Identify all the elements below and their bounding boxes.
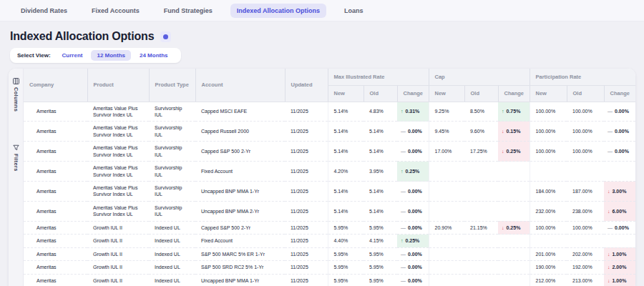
cell-mir-new: 5.14% bbox=[328, 102, 364, 122]
col-header-cap-new[interactable]: New bbox=[429, 85, 464, 102]
cell-mir-old: 5.95% bbox=[364, 261, 397, 274]
cell-updated: 11/2025 bbox=[285, 142, 328, 162]
col-header-part-old[interactable]: Old bbox=[567, 85, 604, 102]
cell-part-change: —0.00% bbox=[604, 102, 635, 122]
cell-part-new bbox=[530, 235, 567, 247]
cell-account: Capped S&P 500 2-Yr bbox=[195, 142, 285, 162]
cell-mir-change: —0.00% bbox=[397, 142, 429, 162]
cell-part-change: —0.00% bbox=[604, 122, 635, 142]
cell-product-type: Indexed UL bbox=[149, 247, 195, 260]
change-value: 0.00% bbox=[615, 129, 629, 134]
page-content: Indexed Allocation Options Select View: … bbox=[0, 21, 644, 286]
col-header-part-new[interactable]: New bbox=[530, 85, 567, 102]
tab-fund-strategies[interactable]: Fund Strategies bbox=[157, 4, 219, 18]
side-button-label: Filters bbox=[13, 154, 19, 172]
side-button-label: Columns bbox=[13, 87, 19, 112]
cell-product-type: Indexed UL bbox=[149, 274, 195, 286]
table-row: AmeritasAmeritas Value Plus Survivor Ind… bbox=[24, 142, 635, 162]
col-header-mir-change[interactable]: Change bbox=[397, 85, 429, 102]
cell-cap-change bbox=[498, 201, 530, 221]
view-selector-label: Select View: bbox=[17, 52, 51, 59]
cell-mir-change: —0.00% bbox=[397, 122, 429, 142]
col-header-mir-new[interactable]: New bbox=[328, 85, 364, 102]
tab-indexed-allocation-options[interactable]: Indexed Allocation Options bbox=[230, 4, 326, 18]
view-option-12-months[interactable]: 12 Months bbox=[91, 50, 131, 61]
cell-updated: 11/2025 bbox=[285, 274, 328, 286]
cell-updated: 11/2025 bbox=[285, 102, 328, 122]
col-header-company[interactable]: Company bbox=[24, 69, 87, 102]
cell-cap-old bbox=[464, 274, 498, 286]
cell-account: S&P 500 SRD RC2 5% 1-Yr bbox=[195, 261, 285, 274]
cell-part-change: —0.00% bbox=[604, 221, 635, 234]
table-row: AmeritasGrowth IUL IIIndexed ULUncapped … bbox=[24, 274, 635, 286]
col-header-cap-old[interactable]: Old bbox=[464, 85, 498, 102]
col-header-part-change[interactable]: Change bbox=[604, 85, 635, 102]
data-grid-card: ColumnsFilters Company Product Product T… bbox=[9, 69, 635, 286]
col-header-updated[interactable]: Updated bbox=[285, 69, 328, 102]
page-title: Indexed Allocation Options bbox=[10, 30, 154, 43]
cell-part-change bbox=[604, 235, 635, 247]
tab-loans[interactable]: Loans bbox=[338, 4, 370, 18]
info-icon[interactable] bbox=[160, 31, 171, 42]
grid: Company Product Product Type Account Upd… bbox=[24, 69, 635, 286]
side-button-columns[interactable]: Columns bbox=[13, 74, 19, 115]
change-value: 0.00% bbox=[408, 225, 422, 230]
cell-updated: 11/2025 bbox=[285, 247, 328, 260]
tab-fixed-accounts[interactable]: Fixed Accounts bbox=[85, 4, 146, 18]
cell-mir-change: —0.00% bbox=[397, 274, 429, 286]
cell-company: Ameritas bbox=[24, 235, 87, 247]
cell-company: Ameritas bbox=[24, 102, 87, 122]
cell-part-new: 212.00% bbox=[530, 274, 567, 286]
cell-cap-new bbox=[429, 247, 464, 260]
cell-mir-new: 5.14% bbox=[328, 142, 364, 162]
side-button-filters[interactable]: Filters bbox=[13, 141, 19, 175]
cell-company: Ameritas bbox=[24, 274, 87, 286]
cell-cap-change bbox=[498, 261, 530, 274]
cell-updated: 11/2025 bbox=[285, 162, 328, 182]
cell-cap-old: 9.60% bbox=[464, 122, 498, 142]
trend-down-icon: ↓ bbox=[502, 149, 504, 154]
cell-mir-new: 4.20% bbox=[328, 162, 364, 182]
cell-part-new: 190.00% bbox=[530, 261, 567, 274]
cell-product-type: Survivorship IUL bbox=[149, 122, 195, 142]
cell-cap-old: 21.15% bbox=[464, 221, 498, 234]
col-header-mir-old[interactable]: Old bbox=[364, 85, 397, 102]
cell-mir-change: ↑0.25% bbox=[397, 235, 429, 247]
trend-down-icon: ↓ bbox=[502, 225, 504, 230]
cell-part-change bbox=[604, 162, 635, 182]
cell-updated: 11/2025 bbox=[285, 235, 328, 247]
cell-cap-change bbox=[498, 182, 530, 202]
cell-cap-old bbox=[464, 247, 498, 260]
col-header-product-type[interactable]: Product Type bbox=[149, 69, 195, 102]
cell-cap-change: ↓0.25% bbox=[498, 221, 530, 234]
no-change-icon: — bbox=[401, 209, 406, 214]
cell-product-type: Survivorship IUL bbox=[149, 182, 195, 202]
col-header-cap-change[interactable]: Change bbox=[498, 85, 530, 102]
change-value: 0.00% bbox=[408, 252, 422, 257]
change-value: 0.25% bbox=[406, 169, 420, 174]
cell-company: Ameritas bbox=[24, 201, 87, 221]
no-change-icon: — bbox=[401, 129, 406, 134]
change-value: 2.00% bbox=[613, 265, 627, 270]
cell-cap-old: 17.25% bbox=[464, 142, 498, 162]
change-value: 0.00% bbox=[408, 149, 422, 154]
trend-down-icon: ↓ bbox=[608, 265, 610, 270]
tab-dividend-rates[interactable]: Dividend Rates bbox=[14, 4, 74, 18]
col-header-account[interactable]: Account bbox=[195, 69, 285, 102]
table-row: AmeritasAmeritas Value Plus Survivor Ind… bbox=[24, 122, 635, 142]
view-option-24-months[interactable]: 24 Months bbox=[134, 50, 174, 61]
cell-mir-old: 3.95% bbox=[364, 162, 397, 182]
no-change-icon: — bbox=[608, 149, 613, 154]
view-selector: Select View: Current12 Months24 Months bbox=[10, 48, 181, 63]
tab-bar: Dividend RatesFixed AccountsFund Strateg… bbox=[0, 0, 644, 21]
change-value: 3.00% bbox=[613, 189, 627, 194]
view-option-current[interactable]: Current bbox=[57, 50, 89, 61]
cell-product: Growth IUL II bbox=[87, 247, 149, 260]
col-header-product[interactable]: Product bbox=[87, 69, 149, 102]
cell-part-new: 100.00% bbox=[530, 142, 567, 162]
cell-cap-change bbox=[498, 235, 530, 247]
no-change-icon: — bbox=[608, 225, 613, 230]
no-change-icon: — bbox=[401, 252, 406, 257]
cell-part-old: 100.00% bbox=[567, 122, 604, 142]
change-value: 0.00% bbox=[615, 109, 629, 114]
